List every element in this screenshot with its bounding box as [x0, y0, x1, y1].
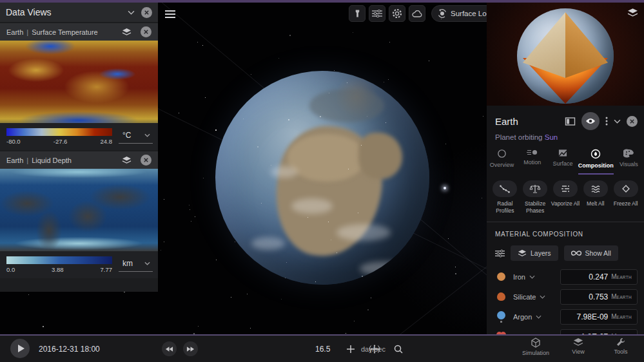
data-views-panel: Data Views Earth|Surface Temperature — [0, 3, 158, 292]
slow-down-button[interactable] — [162, 341, 177, 356]
star — [202, 45, 203, 46]
close-object-button[interactable] — [627, 116, 638, 127]
melt-all-button[interactable]: Melt All — [580, 180, 610, 214]
layer-options-button[interactable] — [122, 28, 132, 36]
layer-options-button[interactable] — [122, 156, 132, 164]
vaporize-all-button[interactable]: Vaporize All — [551, 180, 581, 214]
action-pill — [583, 180, 608, 197]
material-row-argon: Argon 7.98E-09 MEARTH — [487, 307, 644, 327]
star — [215, 129, 217, 131]
object-tabs: Overview Motion Surface Composition Visu… — [487, 146, 644, 175]
tool-label: Tools — [614, 348, 627, 355]
filter-sliders-icon — [495, 249, 505, 258]
flashlight-button[interactable] — [349, 5, 366, 22]
tab-overview[interactable]: Overview — [487, 146, 517, 175]
simulation-datetime[interactable]: 2016-12-31 18:00 — [39, 336, 100, 362]
wrench-icon — [616, 338, 625, 347]
close-icon — [629, 119, 635, 124]
iron-mass-field[interactable]: 0.247 MEARTH — [560, 269, 638, 285]
close-icon — [144, 10, 150, 15]
expand-material-button[interactable] — [536, 315, 542, 319]
filter-button[interactable] — [495, 249, 505, 258]
menu-button[interactable] — [162, 8, 178, 21]
star — [348, 169, 349, 169]
play-button[interactable] — [10, 339, 30, 358]
star — [235, 242, 235, 242]
move-orbit-icon — [369, 344, 380, 354]
simulation-menu-button[interactable]: Simulation — [519, 338, 552, 356]
search-button[interactable] — [390, 341, 407, 357]
cloud-icon — [412, 10, 422, 17]
star — [286, 262, 287, 263]
view-menu-button[interactable]: View — [561, 338, 595, 356]
silicate-mass-field[interactable]: 0.753 MEARTH — [560, 289, 638, 305]
surface-lock-icon — [438, 9, 447, 18]
eye-icon — [585, 118, 596, 124]
material-name: Silicate — [513, 293, 536, 301]
star — [347, 82, 347, 83]
temperature-unit-select[interactable]: °C — [119, 127, 153, 144]
action-label: Vaporize All — [551, 200, 580, 207]
earth-3d-globe[interactable] — [215, 71, 429, 285]
preview-layers-button[interactable] — [627, 8, 638, 20]
filter-sliders-button[interactable] — [369, 5, 385, 22]
star — [261, 203, 262, 204]
depth-scale-labels: 0.0 3.88 7.77 — [6, 266, 112, 273]
star — [231, 297, 231, 298]
cloud-layer-button[interactable] — [409, 5, 425, 22]
layer-title: Earth|Surface Temperature — [6, 28, 117, 36]
parent-body-link[interactable]: Sun — [545, 133, 558, 141]
tab-label: Surface — [553, 160, 573, 167]
star — [329, 93, 329, 93]
radial-profiles-button[interactable]: Radial Profiles — [490, 180, 520, 214]
tools-menu-button[interactable]: Tools — [604, 338, 638, 356]
tab-motion[interactable]: Motion — [517, 146, 547, 175]
speed-up-button[interactable] — [183, 341, 198, 356]
tab-composition[interactable]: Composition — [578, 146, 614, 175]
collapse-panel-button[interactable] — [128, 10, 135, 15]
stabilize-phases-button[interactable]: Stabilize Phases — [520, 180, 551, 214]
expand-material-button[interactable] — [529, 275, 535, 279]
tab-label: Composition — [578, 162, 614, 169]
star — [328, 222, 329, 222]
collapse-object-button[interactable] — [614, 119, 621, 124]
cloud — [251, 237, 285, 250]
material-value: 0.247 — [589, 272, 608, 281]
star — [198, 326, 199, 327]
panel-icon — [565, 117, 576, 126]
surface-temperature-map[interactable] — [0, 41, 158, 123]
star — [385, 122, 386, 123]
freeze-all-button[interactable]: Freeze All — [610, 180, 641, 214]
liquid-depth-map[interactable] — [0, 169, 158, 251]
gear-dashed-button[interactable] — [389, 5, 405, 22]
more-options-button[interactable] — [605, 117, 608, 126]
pin-panel-button[interactable] — [565, 117, 576, 126]
separator: | — [26, 28, 28, 36]
focus-move-button[interactable] — [366, 341, 383, 357]
earth-cutaway-preview[interactable] — [487, 3, 644, 106]
show-all-button[interactable]: Show All — [564, 245, 618, 261]
visibility-button[interactable] — [581, 112, 600, 130]
layers-button[interactable]: Layers — [511, 245, 558, 261]
tab-visuals[interactable]: Visuals — [614, 146, 644, 175]
close-panel-button[interactable] — [141, 7, 152, 18]
mass-unit: MEARTH — [611, 313, 632, 320]
depth-unit-select[interactable]: km — [119, 255, 153, 272]
close-layer-button[interactable] — [141, 155, 151, 166]
cloud — [337, 224, 391, 241]
tab-label: Motion — [523, 159, 541, 166]
action-pill — [523, 180, 547, 197]
star — [195, 216, 195, 217]
star — [483, 116, 483, 117]
add-object-button[interactable] — [342, 341, 359, 357]
close-layer-button[interactable] — [141, 26, 151, 37]
argon-dot — [497, 311, 505, 319]
time-rate-value[interactable]: 16.5 — [315, 336, 330, 362]
tab-surface[interactable]: Surface — [548, 146, 578, 175]
argon-mass-field[interactable]: 7.98E-09 MEARTH — [560, 309, 638, 325]
star — [445, 144, 446, 144]
radial-profiles-icon — [499, 185, 511, 193]
star — [197, 42, 198, 43]
expand-material-button[interactable] — [540, 295, 545, 299]
star — [289, 35, 291, 36]
